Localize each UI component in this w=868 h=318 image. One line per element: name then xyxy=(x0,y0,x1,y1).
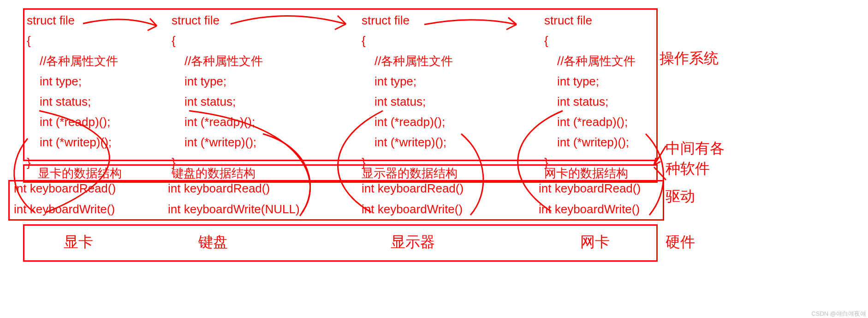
hardware-label-2: 显示器 xyxy=(378,232,447,252)
struct-header: struct file xyxy=(544,10,636,30)
struct-line: int (*readp)(); xyxy=(362,112,453,132)
driver-fn-read-2: int keyboardRead() xyxy=(362,181,464,196)
data-struct-label-3: 网卡的数据结构 xyxy=(544,165,628,181)
struct-line: int (*readp)(); xyxy=(172,112,263,132)
struct-comment: //各种属性文件 xyxy=(544,51,636,71)
side-label-hardware: 硬件 xyxy=(666,232,695,252)
struct-file-1: struct file { //各种属性文件 int type; int sta… xyxy=(172,10,263,173)
struct-line: int (*writep)(); xyxy=(544,132,636,152)
side-label-middle-1: 中间有各 xyxy=(666,138,725,159)
struct-open: { xyxy=(544,30,636,51)
struct-comment: //各种属性文件 xyxy=(172,51,263,71)
struct-file-0: struct file { //各种属性文件 int type; int sta… xyxy=(27,10,118,173)
struct-line: int (*readp)(); xyxy=(27,112,118,132)
hardware-label-1: 键盘 xyxy=(185,232,241,252)
struct-file-3: struct file { //各种属性文件 int type; int sta… xyxy=(544,10,636,173)
hardware-box xyxy=(23,224,658,262)
driver-fn-write-2: int keyboardWrite() xyxy=(362,202,463,216)
struct-line: int status; xyxy=(172,91,263,112)
hardware-label-0: 显卡 xyxy=(51,232,106,252)
struct-header: struct file xyxy=(27,10,118,30)
side-label-os: 操作系统 xyxy=(660,48,719,69)
struct-line: int type; xyxy=(544,71,636,91)
struct-line: int type; xyxy=(172,71,263,91)
struct-line: int status; xyxy=(362,91,453,112)
struct-header: struct file xyxy=(172,10,263,30)
driver-fn-read-0: int keyboardRead() xyxy=(14,181,116,196)
struct-line: int type; xyxy=(362,71,453,91)
driver-fn-write-1: int keyboardWrite(NULL) xyxy=(168,202,300,216)
struct-open: { xyxy=(172,30,263,51)
driver-fn-read-1: int keyboardRead() xyxy=(168,181,270,196)
data-struct-label-2: 显示器的数据结构 xyxy=(362,165,458,181)
driver-fn-read-3: int keyboardRead() xyxy=(539,181,641,196)
struct-line: int (*writep)(); xyxy=(362,132,453,152)
struct-open: { xyxy=(27,30,118,51)
struct-line: int type; xyxy=(27,71,118,91)
side-label-middle-2: 种软件 xyxy=(666,159,710,179)
watermark: CSDN @얘白얘夜얘 xyxy=(811,310,866,318)
driver-fn-write-3: int keyboardWrite() xyxy=(539,202,640,216)
struct-line: int (*readp)(); xyxy=(544,112,636,132)
struct-comment: //各种属性文件 xyxy=(362,51,453,71)
struct-line: int (*writep)(); xyxy=(27,132,118,152)
side-label-driver: 驱动 xyxy=(666,186,695,207)
data-struct-label-0: 显卡的数据结构 xyxy=(38,165,122,181)
struct-header: struct file xyxy=(362,10,453,30)
hardware-label-3: 网卡 xyxy=(567,232,623,252)
struct-line: int status; xyxy=(27,91,118,112)
struct-line: int status; xyxy=(544,91,636,112)
struct-file-2: struct file { //各种属性文件 int type; int sta… xyxy=(362,10,453,173)
driver-fn-write-0: int keyboardWrite() xyxy=(14,202,115,216)
struct-open: { xyxy=(362,30,453,51)
struct-line: int (*writep)(); xyxy=(172,132,263,152)
struct-comment: //各种属性文件 xyxy=(27,51,118,71)
data-struct-label-1: 键盘的数据结构 xyxy=(172,165,256,181)
